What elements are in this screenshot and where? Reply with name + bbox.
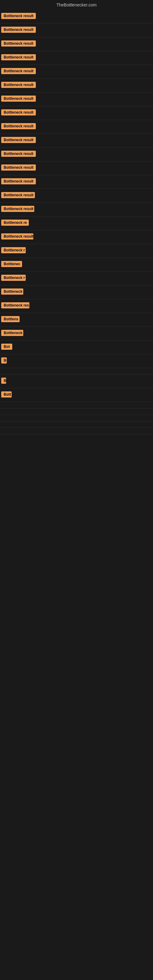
- result-row: Bottleneck result: [0, 51, 153, 65]
- bottleneck-badge[interactable]: B: [1, 357, 7, 364]
- bottleneck-badge[interactable]: Bottleneck: [1, 288, 23, 294]
- result-row: Bottleneck: [0, 285, 153, 299]
- result-row: Bottleneck r: [0, 244, 153, 258]
- bottleneck-badge[interactable]: Bottleneck result: [1, 164, 36, 170]
- site-title-bar: TheBottlenecker.com: [0, 0, 153, 10]
- result-row: Bottleneck result: [0, 106, 153, 120]
- result-row: Bottleneck result: [0, 92, 153, 106]
- result-row: Bottleneck result: [0, 203, 153, 216]
- bottleneck-badge[interactable]: B: [1, 378, 6, 384]
- result-row: Bottleneck result: [0, 24, 153, 37]
- bottleneck-badge[interactable]: Bottleneck result: [1, 13, 36, 19]
- bottleneck-badge[interactable]: Bottleneck result: [1, 82, 36, 88]
- bottleneck-badge[interactable]: Bottleneck r: [1, 247, 26, 253]
- result-row: Bottleneck result: [0, 79, 153, 92]
- result-row: Bottleneck result: [0, 134, 153, 148]
- bottleneck-badge[interactable]: Bottleneck result: [1, 109, 36, 115]
- bottleneck-badge[interactable]: Bottleneck result: [1, 233, 33, 240]
- bottleneck-badge[interactable]: Bot: [1, 344, 12, 350]
- result-row: Bottleneck result: [0, 120, 153, 134]
- result-row: Bottlens: [0, 313, 153, 327]
- bottleneck-badge[interactable]: Bottleneck result: [1, 54, 36, 60]
- result-row: [0, 434, 153, 441]
- bottleneck-badge[interactable]: Bottleneck result: [1, 151, 36, 157]
- bottleneck-badge[interactable]: Bottleneck result: [1, 95, 36, 102]
- bottleneck-badge[interactable]: Bottleneck result: [1, 40, 36, 46]
- bottleneck-badge[interactable]: Bottleneck result: [1, 192, 35, 198]
- bottleneck-badge[interactable]: Bottlens: [1, 316, 19, 322]
- result-row: Bottleneck result: [0, 161, 153, 175]
- bottleneck-badge[interactable]: Bottleneck re: [1, 220, 29, 226]
- result-row: Bottleneck: [0, 327, 153, 340]
- result-row: Bottleneck result: [0, 189, 153, 203]
- result-row: Bott: [0, 388, 153, 402]
- result-row: Bottlenec: [0, 258, 153, 272]
- result-row: Bottleneck result: [0, 230, 153, 244]
- bottleneck-badge[interactable]: Bott: [1, 391, 12, 398]
- result-row: Bot: [0, 340, 153, 354]
- bottleneck-badge[interactable]: Bottleneck result: [1, 68, 36, 74]
- bottleneck-badge[interactable]: Bottlenec: [1, 261, 22, 267]
- bottleneck-badge[interactable]: Bottleneck result: [1, 123, 36, 129]
- result-row: [0, 428, 153, 434]
- result-row: [0, 368, 153, 375]
- result-row: Bottleneck res: [0, 299, 153, 313]
- bottleneck-badge[interactable]: Bottleneck result: [1, 178, 36, 185]
- bottleneck-badge[interactable]: Bottleneck res: [1, 302, 29, 309]
- bottleneck-badge[interactable]: Bottleneck result: [1, 27, 36, 33]
- site-title: TheBottlenecker.com: [0, 0, 153, 10]
- result-row: B: [0, 375, 153, 388]
- result-row: Bottleneck r: [0, 272, 153, 285]
- result-row: [0, 415, 153, 422]
- result-row: [0, 402, 153, 409]
- result-row: B: [0, 354, 153, 368]
- result-row: Bottleneck re: [0, 216, 153, 230]
- bottleneck-badge[interactable]: Bottleneck result: [1, 206, 34, 212]
- result-row: Bottleneck result: [0, 175, 153, 189]
- result-row: Bottleneck result: [0, 65, 153, 79]
- result-row: [0, 409, 153, 415]
- bottleneck-badge[interactable]: Bottleneck: [1, 330, 23, 336]
- result-row: Bottleneck result: [0, 148, 153, 161]
- bottleneck-badge[interactable]: Bottleneck result: [1, 137, 36, 143]
- result-row: Bottleneck result: [0, 37, 153, 51]
- result-row: [0, 422, 153, 428]
- results-list: Bottleneck resultBottleneck resultBottle…: [0, 10, 153, 441]
- bottleneck-badge[interactable]: Bottleneck r: [1, 275, 26, 281]
- result-row: Bottleneck result: [0, 10, 153, 24]
